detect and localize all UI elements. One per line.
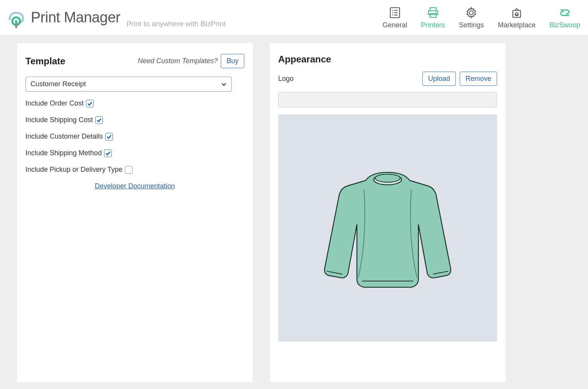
nav-marketplace[interactable]: Marketplace	[498, 6, 536, 29]
include-pickup-delivery-label: Include Pickup or Delivery Type	[25, 166, 123, 174]
include-shipping-cost-label: Include Shipping Cost	[25, 116, 93, 124]
nav-printers[interactable]: Printers	[421, 6, 445, 29]
gear-icon	[464, 6, 478, 20]
include-pickup-delivery-row: Include Pickup or Delivery Type	[25, 166, 244, 174]
include-shipping-method-row: Include Shipping Method	[25, 149, 244, 157]
appearance-panel: Appearance Logo Upload Remove	[270, 43, 506, 382]
svg-point-3	[392, 10, 393, 11]
template-title: Template	[25, 56, 66, 67]
nav-general-label: General	[383, 21, 407, 29]
nav-printers-label: Printers	[421, 21, 445, 29]
nav-marketplace-label: Marketplace	[498, 21, 536, 29]
nav-bizswoop[interactable]: BizSwoop	[549, 6, 580, 29]
remove-button[interactable]: Remove	[460, 72, 497, 86]
top-nav: General Printers Settings	[383, 6, 580, 29]
logo-preview	[278, 114, 497, 342]
svg-point-12	[469, 11, 473, 15]
header: Print Manager Print to anywhere with Biz…	[0, 0, 588, 35]
include-customer-details-row: Include Customer Details	[25, 132, 244, 141]
custom-template-help: Need Custom Templates?	[138, 57, 218, 65]
nav-general[interactable]: General	[383, 6, 407, 29]
logo-controls-row: Logo Upload Remove	[278, 72, 497, 86]
logo-icon	[4, 6, 27, 29]
svg-rect-13	[513, 10, 521, 17]
template-help-actions: Need Custom Templates? Buy	[138, 54, 244, 68]
list-icon	[388, 6, 402, 20]
template-select-wrap: Customer Receipt	[25, 77, 244, 92]
shirt-illustration	[314, 155, 461, 301]
chevron-down-icon	[221, 82, 227, 87]
include-shipping-method-label: Include Shipping Method	[25, 149, 102, 157]
include-shipping-cost-row: Include Shipping Cost	[25, 116, 244, 124]
svg-point-5	[392, 12, 393, 13]
logo-path-field[interactable]	[278, 92, 497, 107]
brand-tagline: Print to anywhere with BizPrint	[126, 20, 226, 28]
check-icon	[105, 151, 111, 156]
svg-point-16	[375, 174, 400, 182]
svg-point-1	[15, 20, 17, 22]
logo-actions: Upload Remove	[422, 72, 497, 86]
svg-rect-10	[430, 13, 436, 17]
nav-bizswoop-label: BizSwoop	[549, 21, 580, 29]
nav-settings[interactable]: Settings	[459, 6, 484, 29]
include-shipping-method-checkbox[interactable]	[104, 149, 112, 157]
main-area: Template Need Custom Templates? Buy Cust…	[0, 35, 588, 389]
buy-button[interactable]: Buy	[221, 54, 244, 68]
check-icon	[96, 117, 102, 123]
template-header-row: Template Need Custom Templates? Buy	[25, 54, 244, 68]
svg-point-7	[392, 14, 393, 15]
template-select[interactable]: Customer Receipt	[25, 77, 232, 92]
check-icon	[87, 101, 92, 106]
nav-settings-label: Settings	[459, 21, 484, 29]
include-shipping-cost-checkbox[interactable]	[95, 116, 103, 124]
printer-icon	[426, 6, 440, 20]
template-select-value: Customer Receipt	[30, 80, 86, 88]
include-order-cost-checkbox[interactable]	[86, 100, 94, 107]
template-panel: Template Need Custom Templates? Buy Cust…	[17, 43, 253, 382]
svg-rect-9	[430, 8, 436, 11]
brand-title: Print Manager	[31, 9, 120, 26]
check-icon	[106, 134, 112, 139]
svg-point-11	[436, 12, 437, 12]
brand: Print Manager Print to anywhere with Biz…	[4, 6, 226, 29]
include-pickup-delivery-checkbox[interactable]	[125, 166, 133, 174]
appearance-title: Appearance	[278, 54, 497, 65]
include-order-cost-row: Include Order Cost	[25, 99, 244, 107]
developer-documentation-link[interactable]: Developer Documentation	[95, 182, 175, 190]
upload-button[interactable]: Upload	[422, 72, 456, 86]
include-order-cost-label: Include Order Cost	[25, 99, 84, 107]
include-customer-details-checkbox[interactable]	[105, 133, 113, 141]
bag-icon	[510, 6, 524, 20]
doc-link-wrap: Developer Documentation	[25, 182, 244, 190]
logo-wrap: Print Manager	[4, 6, 120, 29]
include-customer-details-label: Include Customer Details	[25, 132, 103, 141]
logo-label: Logo	[278, 75, 294, 83]
bizswoop-icon	[558, 6, 572, 20]
